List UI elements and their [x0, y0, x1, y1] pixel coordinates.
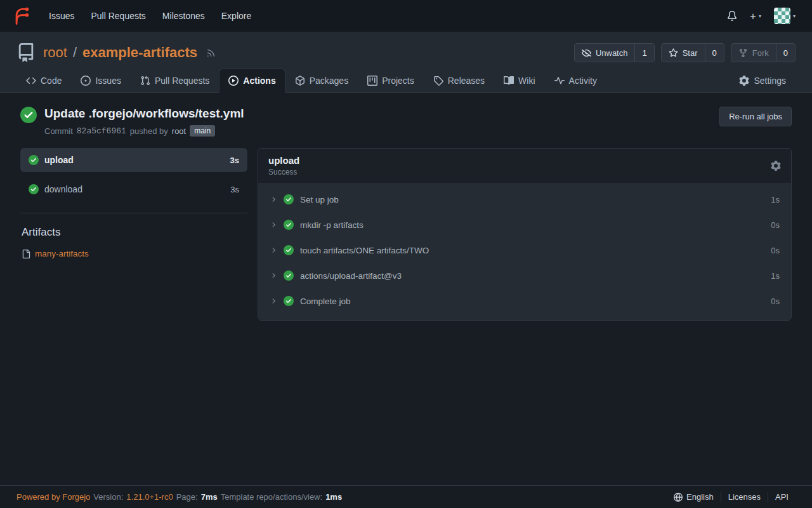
star-button[interactable]: Star — [662, 44, 705, 62]
tab-actions-label: Actions — [243, 76, 275, 86]
commit-label: Commit — [44, 126, 73, 136]
actions-run-page: Update .forgejo/workflows/test.yml Commi… — [0, 93, 812, 485]
nav-milestones[interactable]: Milestones — [155, 6, 212, 26]
chevron-right-icon — [270, 246, 277, 254]
tag-icon — [433, 76, 443, 86]
stars-count[interactable]: 0 — [705, 44, 724, 62]
step-success-icon — [284, 296, 294, 306]
unwatch-label: Unwatch — [596, 48, 628, 58]
unwatch-button[interactable]: Unwatch — [575, 44, 635, 62]
gear-icon — [739, 76, 749, 86]
step-duration: 0s — [771, 297, 780, 306]
tab-releases[interactable]: Releases — [424, 69, 494, 93]
pushed-by-label: pushed by — [130, 126, 168, 136]
forks-count[interactable]: 0 — [776, 44, 795, 62]
file-icon — [22, 250, 30, 258]
tab-settings-label: Settings — [754, 76, 786, 86]
step-row-touch[interactable]: touch artifacts/ONE artifacts/TWO 0s — [258, 237, 791, 263]
tab-wiki-label: Wiki — [518, 76, 535, 86]
tab-settings[interactable]: Settings — [730, 69, 796, 93]
bell-icon — [727, 11, 737, 21]
tab-pull-requests[interactable]: Pull Requests — [131, 69, 219, 93]
forgejo-logo[interactable] — [11, 6, 30, 25]
chevron-down-icon: ▾ — [793, 13, 796, 19]
step-name: Set up job — [300, 195, 339, 204]
version-link[interactable]: 1.21.0+1-rc0 — [126, 492, 173, 502]
star-label: Star — [683, 48, 698, 58]
artifact-link-many-artifacts[interactable]: many-artifacts — [35, 249, 89, 258]
step-success-icon — [284, 194, 294, 204]
chevron-right-icon — [270, 196, 277, 203]
pulse-icon — [554, 76, 565, 86]
user-avatar — [774, 8, 790, 24]
version-label: Version: — [93, 492, 123, 502]
repo-owner-link[interactable]: root — [43, 44, 67, 61]
page-time-label: Page: — [176, 492, 198, 502]
job-duration: 3s — [230, 156, 239, 165]
language-menu[interactable]: English — [667, 492, 721, 502]
job-options-button[interactable] — [771, 161, 781, 171]
chevron-right-icon — [270, 272, 277, 279]
step-duration: 0s — [771, 246, 780, 255]
tab-actions[interactable]: Actions — [219, 69, 285, 93]
forgejo-logo-icon — [11, 6, 30, 25]
tab-issues[interactable]: Issues — [71, 69, 130, 93]
job-item-download[interactable]: download 3s — [20, 177, 247, 201]
watch-button-group: Unwatch 1 — [574, 43, 655, 62]
step-duration: 1s — [771, 271, 780, 281]
job-duration: 3s — [230, 185, 239, 194]
step-success-icon — [284, 271, 294, 281]
repo-title-separator: / — [73, 44, 77, 61]
step-row-upload-artifact[interactable]: actions/upload-artifact@v3 1s — [258, 263, 791, 288]
artifact-item: many-artifacts — [20, 249, 247, 258]
repo-title-row: root / example-artifacts Unwatch 1 Star … — [0, 43, 812, 62]
project-board-icon — [367, 76, 377, 86]
licenses-link[interactable]: Licenses — [721, 492, 768, 502]
star-button-group: Star 0 — [661, 43, 724, 62]
watchers-count[interactable]: 1 — [634, 44, 653, 62]
fork-button-group: Fork 0 — [731, 43, 796, 62]
commit-sha-link[interactable]: 82a5cf6961 — [77, 126, 126, 136]
repo-name-link[interactable]: example-artifacts — [82, 44, 197, 61]
eye-slash-icon — [582, 48, 591, 58]
tab-projects[interactable]: Projects — [358, 69, 424, 93]
step-row-set-up-job[interactable]: Set up job 1s — [258, 187, 791, 212]
nav-explore[interactable]: Explore — [214, 6, 258, 26]
run-success-icon — [20, 107, 37, 123]
user-menu[interactable]: ▾ — [769, 4, 801, 28]
commit-line: Commit 82a5cf6961 pushed by root main — [44, 125, 244, 137]
step-row-mkdir[interactable]: mkdir -p artifacts 0s — [258, 212, 791, 237]
tab-wiki[interactable]: Wiki — [494, 69, 544, 93]
rerun-all-jobs-button[interactable]: Re-run all jobs — [719, 107, 792, 126]
job-item-upload[interactable]: upload 3s — [20, 148, 247, 172]
tab-code[interactable]: Code — [16, 69, 71, 93]
fork-button[interactable]: Fork — [731, 44, 776, 62]
book-icon — [504, 76, 514, 86]
issue-circle-icon — [81, 76, 91, 86]
branch-badge[interactable]: main — [190, 125, 215, 137]
job-panel-header-text: upload Success — [268, 155, 299, 177]
tab-activity[interactable]: Activity — [545, 69, 606, 93]
repo-header: root / example-artifacts Unwatch 1 Star … — [0, 32, 812, 93]
tab-packages[interactable]: Packages — [285, 69, 358, 93]
job-steps-log: Set up job 1s mkdir -p artifacts 0s touc… — [258, 183, 791, 320]
api-link[interactable]: API — [768, 492, 796, 502]
run-columns: upload 3s download 3s Artifacts many-art… — [20, 148, 792, 321]
nav-pull-requests[interactable]: Pull Requests — [84, 6, 152, 26]
artifacts-heading: Artifacts — [22, 226, 247, 239]
powered-by-link[interactable]: Powered by Forgejo — [16, 492, 90, 502]
nav-issues[interactable]: Issues — [42, 6, 81, 26]
step-row-complete-job[interactable]: Complete job 0s — [258, 288, 791, 314]
step-success-icon — [284, 245, 294, 255]
pusher-link[interactable]: root — [172, 126, 186, 136]
footer-links: English Licenses API — [667, 492, 796, 502]
fork-icon — [738, 48, 748, 58]
rss-feed-button[interactable] — [206, 48, 216, 58]
repo-tabs: Code Issues Pull Requests Actions Packag… — [0, 69, 812, 93]
footer-info: Powered by Forgejo Version: 1.21.0+1-rc0… — [16, 492, 342, 502]
notifications-button[interactable] — [722, 7, 742, 25]
gear-icon — [771, 161, 781, 171]
job-panel-title: upload — [268, 155, 299, 166]
run-title: Update .forgejo/workflows/test.yml — [44, 107, 244, 121]
create-new-dropdown[interactable]: + ▾ — [745, 7, 766, 25]
